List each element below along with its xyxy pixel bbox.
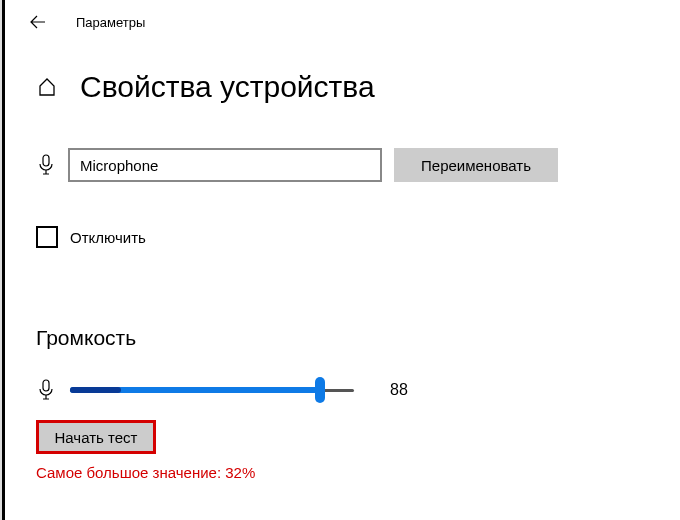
header-title: Параметры: [76, 15, 145, 30]
disable-checkbox[interactable]: [36, 226, 58, 248]
start-test-button[interactable]: Начать тест: [36, 420, 156, 454]
disable-label: Отключить: [70, 229, 146, 246]
home-icon: [36, 76, 58, 98]
max-value-text: Самое большое значение: 32%: [36, 464, 680, 481]
header-bar: Параметры: [0, 0, 680, 44]
disable-row: Отключить: [36, 226, 680, 248]
page-title: Свойства устройства: [80, 70, 375, 104]
volume-row: 88: [36, 378, 680, 402]
slider-dark-fill: [70, 387, 121, 393]
device-name-row: Переименовать: [36, 148, 680, 182]
volume-value: 88: [390, 381, 408, 399]
microphone-icon: [36, 378, 56, 402]
slider-thumb[interactable]: [315, 377, 325, 403]
device-name-input[interactable]: [68, 148, 382, 182]
window-left-edge: [0, 0, 8, 520]
rename-button[interactable]: Переименовать: [394, 148, 558, 182]
svg-rect-0: [43, 155, 49, 166]
microphone-icon: [36, 153, 56, 177]
svg-rect-1: [43, 380, 49, 391]
content-area: Переименовать Отключить Громкость 88 Нач…: [0, 104, 680, 481]
page-title-row: Свойства устройства: [0, 70, 680, 104]
arrow-left-icon: [30, 14, 46, 30]
volume-slider[interactable]: [70, 380, 354, 400]
volume-section-title: Громкость: [36, 326, 680, 350]
back-button[interactable]: [28, 12, 48, 32]
